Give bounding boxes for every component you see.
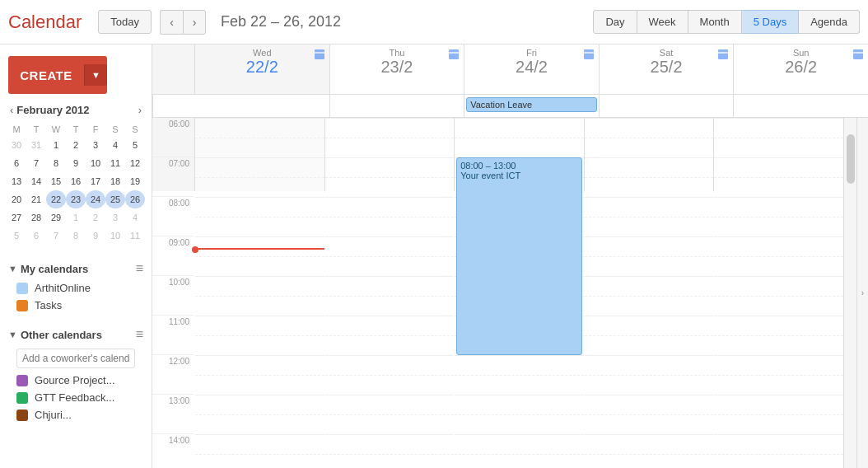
- hour-line: [455, 395, 584, 395]
- mini-cal-day[interactable]: 5: [125, 136, 145, 154]
- add-coworker-input[interactable]: [16, 349, 135, 368]
- header: Calendar Today ‹ › Feb 22 – 26, 2012 Day…: [0, 0, 868, 44]
- mini-cal-day[interactable]: 25: [105, 190, 125, 208]
- other-calendar-item[interactable]: Gource Project...: [8, 372, 143, 389]
- day-header-3: Sat 25/2: [600, 44, 735, 94]
- expand-icon: ›: [861, 288, 864, 297]
- create-button[interactable]: CREATE ▼: [8, 56, 107, 94]
- mini-cal-day[interactable]: 11: [125, 227, 145, 245]
- mini-cal-day[interactable]: 6: [26, 227, 46, 245]
- half-hour-line: [714, 414, 843, 415]
- day-col-4: [714, 118, 843, 191]
- time-grid-wrap: GMT+07 01:0002:0003:0004:0005:0006:0007:…: [152, 118, 868, 468]
- other-cal-color-swatch: [16, 410, 28, 421]
- mini-cal-day[interactable]: 16: [66, 172, 86, 190]
- half-hour-line: [195, 217, 324, 218]
- mini-cal-day[interactable]: 3: [86, 136, 105, 154]
- mini-cal-prev[interactable]: ‹: [7, 102, 16, 118]
- time-label: 13:00: [169, 396, 189, 405]
- mini-cal-day[interactable]: 7: [46, 227, 66, 245]
- view-month[interactable]: Month: [688, 10, 742, 34]
- mini-cal-day[interactable]: 27: [7, 208, 26, 227]
- mini-cal-day[interactable]: 5: [7, 227, 26, 245]
- view-5days[interactable]: 5 Days: [742, 10, 799, 34]
- mini-cal-day[interactable]: 8: [46, 154, 66, 172]
- mini-cal-day[interactable]: 20: [7, 190, 26, 208]
- mini-cal-day[interactable]: 10: [86, 154, 105, 172]
- hour-line: [455, 118, 584, 119]
- allday-event[interactable]: Vacation Leave: [466, 97, 597, 112]
- mini-cal-day[interactable]: 9: [86, 227, 105, 245]
- mini-cal-day[interactable]: 4: [105, 136, 125, 154]
- mini-cal-day[interactable]: 19: [125, 172, 145, 190]
- other-calendar-item[interactable]: GTT Feedback...: [8, 389, 143, 406]
- mini-cal-next[interactable]: ›: [135, 102, 145, 118]
- view-day[interactable]: Day: [593, 10, 637, 34]
- weekday-t: T: [26, 123, 46, 136]
- day-col-1: [325, 118, 455, 191]
- mini-cal-day[interactable]: 17: [86, 172, 105, 190]
- mini-cal-day[interactable]: 12: [125, 154, 145, 172]
- half-hour-line: [325, 177, 455, 178]
- mini-cal-day[interactable]: 4: [125, 208, 145, 227]
- half-hour-line: [455, 138, 584, 138]
- event-block[interactable]: 08:00 – 13:00Your event ICT: [456, 157, 582, 355]
- other-cal-menu-icon[interactable]: ≡: [136, 327, 143, 342]
- today-button[interactable]: Today: [98, 10, 152, 34]
- day-number: 25/2: [600, 58, 734, 77]
- mini-cal-day[interactable]: 3: [105, 208, 125, 227]
- scrollbar[interactable]: [843, 118, 856, 468]
- mini-cal-day[interactable]: 1: [46, 136, 66, 154]
- my-cal-menu-icon[interactable]: ≡: [136, 261, 143, 276]
- create-arrow-icon[interactable]: ▼: [84, 64, 107, 86]
- mini-cal-day[interactable]: 23: [66, 190, 86, 208]
- right-expand[interactable]: ›: [856, 118, 868, 468]
- half-hour-line: [585, 454, 714, 455]
- next-button[interactable]: ›: [183, 10, 206, 35]
- view-week[interactable]: Week: [637, 10, 688, 34]
- mini-cal-day[interactable]: 26: [125, 190, 145, 208]
- mini-cal-day[interactable]: 13: [7, 172, 26, 190]
- half-hour-line: [325, 217, 455, 218]
- time-label: 08:00: [169, 199, 189, 208]
- cal-item-label: ArthitOnline: [35, 282, 91, 294]
- allday-row: Vacation Leave: [152, 95, 868, 118]
- mini-cal-day[interactable]: 22: [46, 190, 66, 208]
- view-buttons: Day Week Month 5 Days Agenda: [593, 10, 860, 34]
- day-icon-4: [852, 48, 865, 61]
- mini-cal-day[interactable]: 8: [66, 227, 86, 245]
- my-calendar-item[interactable]: Tasks: [8, 297, 143, 314]
- mini-calendar: ‹ February 2012 › M T W T F S S: [0, 102, 152, 253]
- mini-cal-day[interactable]: 15: [46, 172, 66, 190]
- mini-cal-day[interactable]: 24: [86, 190, 105, 208]
- mini-cal-day[interactable]: 31: [26, 136, 46, 154]
- mini-cal-day[interactable]: 9: [66, 154, 86, 172]
- hour-line: [455, 434, 584, 435]
- mini-cal-day[interactable]: 2: [66, 136, 86, 154]
- mini-cal-day[interactable]: 11: [105, 154, 125, 172]
- my-calendar-item[interactable]: ArthitOnline: [8, 279, 143, 297]
- hour-line: [325, 316, 455, 316]
- mini-cal-day[interactable]: 18: [105, 172, 125, 190]
- day-icon-1: [447, 48, 460, 61]
- mini-cal-day[interactable]: 6: [7, 154, 26, 172]
- my-calendars-header[interactable]: ▼ My calendars ≡: [8, 258, 143, 279]
- mini-cal-day[interactable]: 7: [26, 154, 46, 172]
- prev-button[interactable]: ‹: [160, 10, 183, 35]
- mini-cal-day[interactable]: 10: [105, 227, 125, 245]
- time-slot: 14:00: [152, 434, 194, 468]
- other-calendars-header[interactable]: ▼ Other calendars ≡: [8, 324, 143, 345]
- scroll-thumb[interactable]: [847, 134, 855, 184]
- hour-line: [195, 355, 324, 356]
- mini-cal-day[interactable]: 29: [46, 208, 66, 227]
- mini-cal-day[interactable]: 28: [26, 208, 46, 227]
- other-calendar-item[interactable]: Chjuri...: [8, 406, 143, 424]
- view-agenda[interactable]: Agenda: [799, 10, 860, 34]
- mini-cal-title: February 2012: [16, 104, 134, 116]
- mini-cal-day[interactable]: 21: [26, 190, 46, 208]
- mini-cal-day[interactable]: 1: [66, 208, 86, 227]
- mini-cal-day[interactable]: 14: [26, 172, 46, 190]
- mini-cal-day[interactable]: 2: [86, 208, 105, 227]
- day-header-0: Wed 22/2: [195, 44, 330, 94]
- mini-cal-day[interactable]: 30: [7, 136, 26, 154]
